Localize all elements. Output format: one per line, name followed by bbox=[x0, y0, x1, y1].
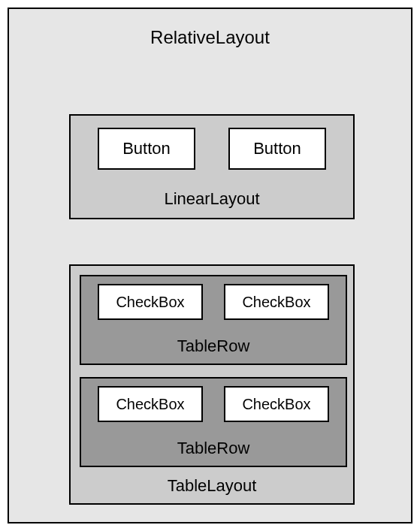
checkbox-widget[interactable]: CheckBox bbox=[224, 284, 329, 320]
table-row-cells: CheckBox CheckBox bbox=[81, 386, 346, 422]
table-row: CheckBox CheckBox TableRow bbox=[80, 275, 347, 365]
relative-layout-container: RelativeLayout Button Button LinearLayou… bbox=[8, 8, 412, 523]
table-layout-label: TableLayout bbox=[71, 476, 353, 496]
table-row-label: TableRow bbox=[81, 439, 346, 458]
table-row-label: TableRow bbox=[81, 336, 346, 356]
linear-layout-label: LinearLayout bbox=[71, 189, 353, 209]
linear-layout-row: Button Button bbox=[71, 128, 353, 170]
button-widget[interactable]: Button bbox=[228, 128, 326, 170]
linear-layout-container: Button Button LinearLayout bbox=[69, 114, 355, 219]
relative-layout-label: RelativeLayout bbox=[9, 27, 411, 48]
table-row: CheckBox CheckBox TableRow bbox=[80, 377, 347, 467]
table-row-cells: CheckBox CheckBox bbox=[81, 284, 346, 320]
checkbox-widget[interactable]: CheckBox bbox=[224, 386, 329, 422]
button-widget[interactable]: Button bbox=[98, 128, 195, 170]
table-layout-container: CheckBox CheckBox TableRow CheckBox Chec… bbox=[69, 264, 355, 505]
diagram-canvas: RelativeLayout Button Button LinearLayou… bbox=[0, 0, 420, 531]
checkbox-widget[interactable]: CheckBox bbox=[98, 284, 203, 320]
checkbox-widget[interactable]: CheckBox bbox=[98, 386, 203, 422]
